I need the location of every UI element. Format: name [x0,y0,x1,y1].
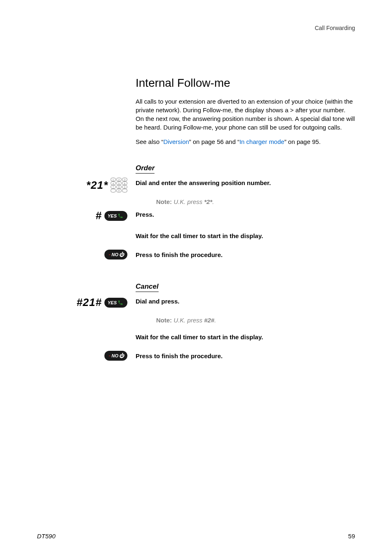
yes-label: YES [108,213,117,218]
order-step-1-text: Dial and enter the answering position nu… [136,179,355,186]
cancel-step-2-text: Wait for the call timer to start in the … [136,334,355,341]
dial-code-cancel: #21# [76,296,102,309]
page-footer: DT590 59 [37,533,355,540]
header-section: Call Forwarding [37,25,355,31]
yes-button-icon: YES [104,211,127,221]
footer-page-number: 59 [348,533,355,540]
hash-code: # [96,209,102,222]
see-also: See also “Diversion” on page 56 and “In … [136,137,355,146]
page-title: Internal Follow-me [136,76,355,90]
cancel-step-1: #21# YES Dial and press. [136,298,355,309]
note-text-pre: U.K. press [174,198,204,205]
no-button-icon: NO⏻ [104,250,127,259]
note-code: *2* [204,198,212,205]
order-step-1: *21* 123 456 789 0 Dial and enter the an… [136,179,355,191]
note-label: Note: [156,198,172,205]
order-step-3-text: Wait for the call timer to start in the … [136,232,355,239]
cancel-step-3-text: Press to finish the procedure. [136,352,355,359]
order-step-4: NO⏻ Press to finish the procedure. [136,251,355,263]
note-text-post: . [214,317,216,324]
order-step-4-text: Press to finish the procedure. [136,251,355,258]
phone-up-icon [118,300,123,306]
order-step-2: # YES Press. [136,211,355,222]
cancel-step-1-text: Dial and press. [136,298,355,305]
note-text-post: . [212,198,214,205]
phone-down-icon [108,353,111,359]
cancel-heading: Cancel [136,283,159,292]
order-step-2-text: Press. [136,211,355,218]
power-icon: ⏻ [119,353,124,359]
power-icon: ⏻ [119,252,124,257]
link-in-charger-mode[interactable]: In charger mode [240,138,284,145]
phone-up-icon [118,213,123,219]
order-step-3: Wait for the call timer to start in the … [136,232,355,244]
no-label: NO [112,353,119,358]
keypad-icon: 123 456 789 0 [111,178,127,192]
note-text-pre: U.K. press [174,317,204,324]
intro-paragraph: All calls to your extension are diverted… [136,97,355,132]
no-label: NO [112,252,119,257]
order-heading: Order [136,164,154,174]
cancel-step-3: NO⏻ Press to finish the procedure. [136,352,355,364]
note-label: Note: [156,317,172,324]
phone-down-icon [108,252,111,257]
no-button-icon: NO⏻ [104,351,127,361]
footer-model: DT590 [37,533,55,540]
note-code: #2# [204,317,214,324]
yes-label: YES [108,300,117,305]
cancel-step-2: Wait for the call timer to start in the … [136,334,355,345]
see-also-mid1: ” on page 56 and “ [189,138,240,145]
cancel-step-1-note: Note: U.K. press #2#. [156,317,355,324]
dial-code: *21* [86,179,108,192]
link-diversion[interactable]: Diversion [164,138,189,145]
yes-button-icon: YES [104,298,127,308]
see-also-mid2: ” on page 95. [284,138,321,145]
see-also-pre: See also “ [136,138,164,145]
order-step-1-note: Note: U.K. press *2*. [156,198,355,205]
